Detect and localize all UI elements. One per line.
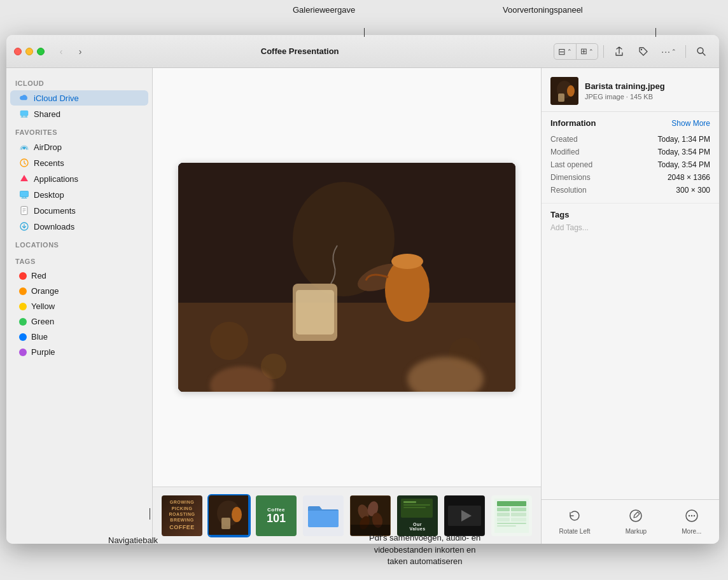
- preview-info-section: Information Show More Created Today, 1:3…: [542, 112, 719, 203]
- view-grid-button[interactable]: ⊞ ⌃: [577, 44, 598, 59]
- svg-point-0: [641, 48, 642, 50]
- rotate-left-button[interactable]: Rotate Left: [553, 505, 597, 539]
- tag-dot-red: [19, 272, 27, 280]
- svg-rect-6: [20, 191, 29, 197]
- dimensions-label: Dimensions: [550, 173, 591, 182]
- sidebar-item-applications[interactable]: Applications: [10, 171, 148, 186]
- preview-file-info: Barista training.jpeg JPEG image · 145 K…: [585, 81, 710, 101]
- info-row-modified: Modified Today, 3:54 PM: [550, 146, 710, 158]
- info-row-last-opened: Last opened Today, 3:54 PM: [550, 158, 710, 171]
- sidebar-item-tag-red[interactable]: Red: [10, 268, 148, 283]
- svg-rect-49: [497, 525, 516, 527]
- last-opened-value: Today, 3:54 PM: [658, 160, 711, 169]
- tag-dot-yellow: [19, 303, 27, 310]
- tag-button[interactable]: [633, 43, 654, 60]
- search-button[interactable]: [691, 43, 711, 60]
- sidebar-item-tag-purple[interactable]: Purple: [10, 345, 148, 359]
- airdrop-icon: [19, 142, 29, 152]
- sidebar-item-documents[interactable]: Documents: [10, 203, 148, 218]
- svg-point-18: [210, 322, 248, 360]
- markup-label: Markup: [626, 528, 647, 535]
- svg-rect-41: [497, 501, 526, 506]
- svg-point-57: [691, 515, 692, 516]
- documents-label: Documents: [34, 206, 76, 216]
- thumbnail-101[interactable]: Coffee 101: [255, 494, 298, 537]
- shared-icon: [19, 109, 29, 119]
- more-options-button[interactable]: ··· ⌃: [657, 43, 680, 60]
- more-icon: [685, 509, 699, 526]
- sidebar-item-icloud-drive[interactable]: iCloud Drive: [10, 90, 148, 106]
- rotate-left-label: Rotate Left: [559, 528, 591, 535]
- sidebar-item-tag-orange[interactable]: Orange: [10, 284, 148, 298]
- modified-label: Modified: [550, 148, 579, 156]
- main-content: GROWINGPICKINGROASTINGBREWINGCOFFEE: [153, 68, 541, 544]
- preview-actions: Rotate Left Markup: [542, 499, 719, 544]
- svg-point-54: [630, 510, 641, 521]
- show-more-link[interactable]: Show More: [671, 119, 710, 128]
- preview-info-header: Information Show More: [550, 118, 710, 128]
- toolbar-divider-2: [685, 45, 686, 58]
- tag-label-blue: Blue: [31, 332, 48, 342]
- markup-icon: [629, 509, 643, 526]
- thumbnail-green[interactable]: [490, 494, 533, 537]
- sidebar-item-desktop[interactable]: Desktop: [10, 187, 148, 202]
- tag-label-orange: Orange: [31, 286, 59, 296]
- svg-rect-44: [497, 513, 510, 516]
- sidebar-item-shared[interactable]: Shared: [10, 106, 148, 121]
- share-button[interactable]: [609, 43, 629, 60]
- airdrop-label: AirDrop: [34, 142, 62, 152]
- downloads-label: Downloads: [34, 222, 74, 231]
- info-row-created: Created Today, 1:34 PM: [550, 133, 710, 146]
- rotate-left-icon: [568, 509, 582, 526]
- more-label: More...: [682, 528, 701, 535]
- svg-rect-42: [497, 508, 510, 511]
- thumbnail-dark[interactable]: [443, 494, 486, 537]
- recents-label: Recents: [34, 158, 64, 168]
- preview-thumbnail: [550, 77, 578, 105]
- svg-point-58: [694, 515, 695, 516]
- thumbnail-folder[interactable]: [302, 494, 345, 537]
- thumbnail-barista[interactable]: [207, 494, 251, 537]
- tag-label-red: Red: [31, 271, 46, 280]
- sidebar-item-airdrop[interactable]: AirDrop: [10, 139, 148, 155]
- preview-header: Barista training.jpeg JPEG image · 145 K…: [542, 68, 719, 112]
- thumbnail-strip: GROWINGPICKINGROASTINGBREWINGCOFFEE: [153, 487, 541, 544]
- svg-rect-15: [296, 290, 334, 335]
- thumbnail-values[interactable]: OurValues: [396, 494, 439, 537]
- sidebar-item-tag-green[interactable]: Green: [10, 314, 148, 329]
- info-title: Information: [550, 118, 596, 128]
- info-row-resolution: Resolution 300 × 300: [550, 184, 710, 197]
- last-opened-label: Last opened: [550, 160, 592, 169]
- tag-dot-blue: [19, 333, 27, 341]
- svg-rect-36: [403, 507, 426, 508]
- sidebar-item-downloads[interactable]: Downloads: [10, 219, 148, 234]
- markup-button[interactable]: Markup: [619, 505, 653, 539]
- window-title: Coffee Presentation: [46, 46, 554, 56]
- minimize-button[interactable]: [25, 48, 33, 55]
- toolbar-divider-1: [603, 45, 604, 58]
- thumbnail-beans[interactable]: [349, 494, 392, 537]
- modified-value: Today, 3:54 PM: [658, 148, 711, 156]
- thumbnail-coffee-book[interactable]: GROWINGPICKINGROASTINGBREWINGCOFFEE: [160, 494, 204, 537]
- preview-spacer: [542, 238, 719, 499]
- maximize-button[interactable]: [37, 48, 45, 55]
- more-button[interactable]: More...: [675, 505, 708, 539]
- sidebar-item-tag-blue[interactable]: Blue: [10, 329, 148, 344]
- tag-label-yellow: Yellow: [31, 301, 55, 311]
- svg-rect-52: [558, 93, 564, 102]
- toolbar-right: ⊟ ⌃ ⊞ ⌃ ···: [554, 43, 711, 60]
- downloads-icon: [19, 221, 29, 231]
- svg-line-2: [703, 53, 705, 55]
- view-gallery-button[interactable]: ⊟ ⌃: [554, 44, 577, 59]
- add-tags-field[interactable]: Add Tags...: [550, 223, 710, 232]
- traffic-lights: [14, 48, 45, 55]
- tags-section-title: Tags: [550, 210, 710, 219]
- sidebar-item-recents[interactable]: Recents: [10, 155, 148, 170]
- sidebar-item-tag-yellow[interactable]: Yellow: [10, 299, 148, 314]
- close-button[interactable]: [14, 48, 22, 55]
- created-label: Created: [550, 135, 578, 144]
- applications-icon: [19, 174, 29, 184]
- preview-panel: Barista training.jpeg JPEG image · 145 K…: [541, 68, 719, 544]
- svg-rect-46: [497, 518, 510, 521]
- sidebar-section-icloud: iCloud: [6, 73, 152, 90]
